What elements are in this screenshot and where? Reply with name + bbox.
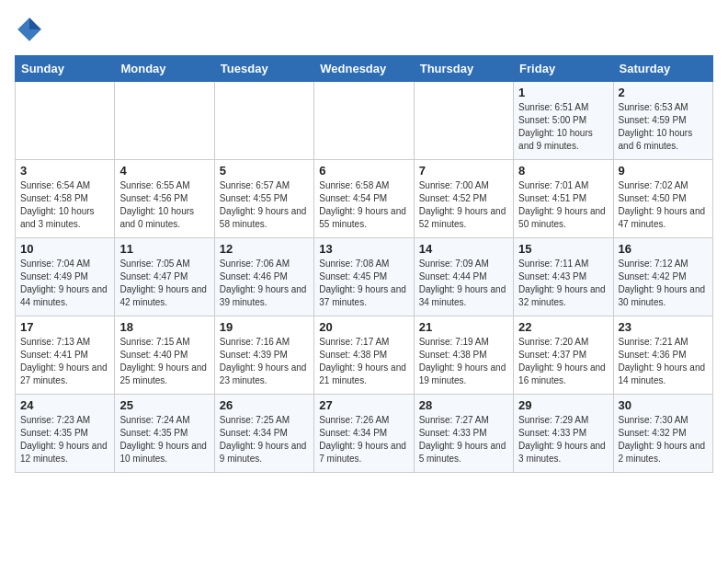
calendar-cell: 24Sunrise: 7:23 AM Sunset: 4:35 PM Dayli… [16,395,115,473]
calendar-cell: 15Sunrise: 7:11 AM Sunset: 4:43 PM Dayli… [514,238,613,316]
svg-marker-1 [29,17,41,29]
day-info: Sunrise: 7:02 AM Sunset: 4:50 PM Dayligh… [619,179,708,231]
day-number: 3 [20,164,109,178]
calendar-cell [115,82,214,160]
day-number: 2 [619,86,708,99]
day-info: Sunrise: 7:16 AM Sunset: 4:39 PM Dayligh… [220,336,309,387]
day-number: 21 [419,320,508,334]
calendar-cell: 14Sunrise: 7:09 AM Sunset: 4:44 PM Dayli… [414,238,513,316]
day-info: Sunrise: 7:12 AM Sunset: 4:42 PM Dayligh… [619,258,708,309]
calendar-cell: 26Sunrise: 7:25 AM Sunset: 4:34 PM Dayli… [214,395,313,473]
calendar-cell [16,82,115,160]
day-info: Sunrise: 7:11 AM Sunset: 4:43 PM Dayligh… [518,258,608,309]
day-info: Sunrise: 7:27 AM Sunset: 4:33 PM Dayligh… [419,414,508,465]
day-info: Sunrise: 7:24 AM Sunset: 4:35 PM Dayligh… [119,414,209,465]
calendar-cell: 8Sunrise: 7:01 AM Sunset: 4:51 PM Daylig… [514,160,613,238]
calendar-cell: 19Sunrise: 7:16 AM Sunset: 4:39 PM Dayli… [214,316,313,395]
calendar-header: SundayMondayTuesdayWednesdayThursdayFrid… [16,56,713,82]
calendar-cell [214,82,313,160]
calendar-cell: 16Sunrise: 7:12 AM Sunset: 4:42 PM Dayli… [613,238,712,316]
day-info: Sunrise: 7:17 AM Sunset: 4:38 PM Dayligh… [319,336,408,387]
col-header-saturday: Saturday [613,56,712,82]
day-number: 24 [20,398,109,412]
day-number: 30 [619,398,708,412]
day-info: Sunrise: 6:55 AM Sunset: 4:56 PM Dayligh… [119,179,209,231]
day-number: 29 [518,398,608,412]
day-info: Sunrise: 7:25 AM Sunset: 4:34 PM Dayligh… [220,414,309,465]
day-info: Sunrise: 6:58 AM Sunset: 4:54 PM Dayligh… [319,179,408,231]
day-info: Sunrise: 7:01 AM Sunset: 4:51 PM Dayligh… [518,179,608,231]
col-header-tuesday: Tuesday [214,56,313,82]
calendar-cell: 23Sunrise: 7:21 AM Sunset: 4:36 PM Dayli… [613,316,712,395]
calendar-table: SundayMondayTuesdayWednesdayThursdayFrid… [15,55,713,473]
day-number: 5 [220,164,309,178]
week-row-1: 1Sunrise: 6:51 AM Sunset: 5:00 PM Daylig… [16,82,713,160]
day-number: 28 [419,398,508,412]
calendar-cell [314,82,414,160]
col-header-thursday: Thursday [414,56,513,82]
day-info: Sunrise: 7:21 AM Sunset: 4:36 PM Dayligh… [619,336,708,387]
day-info: Sunrise: 6:57 AM Sunset: 4:55 PM Dayligh… [220,179,309,231]
day-info: Sunrise: 7:00 AM Sunset: 4:52 PM Dayligh… [419,179,508,231]
day-info: Sunrise: 7:26 AM Sunset: 4:34 PM Dayligh… [319,414,408,465]
week-row-2: 3Sunrise: 6:54 AM Sunset: 4:58 PM Daylig… [16,160,713,238]
calendar-cell: 7Sunrise: 7:00 AM Sunset: 4:52 PM Daylig… [414,160,513,238]
calendar-cell: 20Sunrise: 7:17 AM Sunset: 4:38 PM Dayli… [314,316,414,395]
logo-icon [15,15,44,44]
day-number: 22 [518,320,608,334]
day-number: 15 [518,242,608,256]
calendar-cell: 30Sunrise: 7:30 AM Sunset: 4:32 PM Dayli… [613,395,712,473]
day-number: 10 [20,242,109,256]
day-number: 1 [518,86,608,99]
day-number: 11 [119,242,209,256]
calendar-cell: 27Sunrise: 7:26 AM Sunset: 4:34 PM Dayli… [314,395,414,473]
day-number: 13 [319,242,408,256]
day-info: Sunrise: 7:04 AM Sunset: 4:49 PM Dayligh… [20,258,109,309]
calendar-cell: 21Sunrise: 7:19 AM Sunset: 4:38 PM Dayli… [414,316,513,395]
calendar-cell: 29Sunrise: 7:29 AM Sunset: 4:33 PM Dayli… [514,395,613,473]
day-info: Sunrise: 7:23 AM Sunset: 4:35 PM Dayligh… [20,414,109,465]
calendar-cell: 17Sunrise: 7:13 AM Sunset: 4:41 PM Dayli… [16,316,115,395]
calendar-cell: 9Sunrise: 7:02 AM Sunset: 4:50 PM Daylig… [613,160,712,238]
calendar-cell: 22Sunrise: 7:20 AM Sunset: 4:37 PM Dayli… [514,316,613,395]
day-number: 4 [119,164,209,178]
week-row-3: 10Sunrise: 7:04 AM Sunset: 4:49 PM Dayli… [16,238,713,316]
day-number: 25 [119,398,209,412]
day-number: 23 [619,320,708,334]
day-number: 8 [518,164,608,178]
day-info: Sunrise: 6:54 AM Sunset: 4:58 PM Dayligh… [20,179,109,231]
day-number: 7 [419,164,508,178]
calendar-cell: 13Sunrise: 7:08 AM Sunset: 4:45 PM Dayli… [314,238,414,316]
week-row-5: 24Sunrise: 7:23 AM Sunset: 4:35 PM Dayli… [16,395,713,473]
day-number: 19 [220,320,309,334]
day-info: Sunrise: 6:51 AM Sunset: 5:00 PM Dayligh… [518,101,608,153]
calendar-cell: 11Sunrise: 7:05 AM Sunset: 4:47 PM Dayli… [115,238,214,316]
col-header-monday: Monday [115,56,214,82]
day-info: Sunrise: 7:15 AM Sunset: 4:40 PM Dayligh… [119,336,209,387]
day-info: Sunrise: 7:30 AM Sunset: 4:32 PM Dayligh… [619,414,708,465]
col-header-friday: Friday [514,56,613,82]
day-info: Sunrise: 7:09 AM Sunset: 4:44 PM Dayligh… [419,258,508,309]
day-number: 16 [619,242,708,256]
day-number: 18 [119,320,209,334]
day-number: 27 [319,398,408,412]
calendar-cell [414,82,513,160]
day-number: 14 [419,242,508,256]
week-row-4: 17Sunrise: 7:13 AM Sunset: 4:41 PM Dayli… [16,316,713,395]
calendar-cell: 28Sunrise: 7:27 AM Sunset: 4:33 PM Dayli… [414,395,513,473]
day-number: 26 [220,398,309,412]
day-info: Sunrise: 7:06 AM Sunset: 4:46 PM Dayligh… [220,258,309,309]
day-number: 17 [20,320,109,334]
calendar-cell: 2Sunrise: 6:53 AM Sunset: 4:59 PM Daylig… [613,82,712,160]
day-number: 9 [619,164,708,178]
day-number: 20 [319,320,408,334]
col-header-wednesday: Wednesday [314,56,414,82]
day-number: 6 [319,164,408,178]
calendar-cell: 3Sunrise: 6:54 AM Sunset: 4:58 PM Daylig… [16,160,115,238]
calendar-cell: 1Sunrise: 6:51 AM Sunset: 5:00 PM Daylig… [514,82,613,160]
calendar-cell: 25Sunrise: 7:24 AM Sunset: 4:35 PM Dayli… [115,395,214,473]
calendar-cell: 6Sunrise: 6:58 AM Sunset: 4:54 PM Daylig… [314,160,414,238]
page-header [15,15,713,44]
logo [15,15,48,44]
calendar-cell: 4Sunrise: 6:55 AM Sunset: 4:56 PM Daylig… [115,160,214,238]
